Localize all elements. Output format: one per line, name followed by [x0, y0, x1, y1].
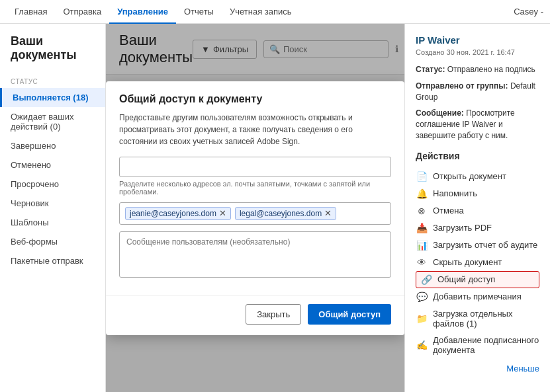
right-panel: IP Waiver Создано 30 ноя. 2021 г. 16:47 … — [404, 24, 550, 392]
email-tag-0: jeanie@caseyjones.dom ✕ — [125, 207, 231, 220]
cancel-icon: ⊗ — [416, 206, 428, 216]
sidebar-item-waiting[interactable]: Ожидает ваших действий (0) — [0, 107, 105, 136]
sidebar-item-webforms[interactable]: Веб-формы — [0, 232, 105, 251]
tag-remove-0[interactable]: ✕ — [219, 209, 226, 217]
sidebar-item-completed[interactable]: Завершено — [0, 136, 105, 155]
nav-item-send[interactable]: Отправка — [55, 0, 109, 24]
share-hint: Разделите несколько адресов эл. почты за… — [119, 180, 391, 196]
status-label: Статус: — [416, 65, 445, 74]
sidebar: Ваши документы СТАТУС Выполняется (18) О… — [0, 24, 106, 392]
status-value: Отправлено на подпись — [447, 65, 535, 74]
status-section-label: СТАТУС — [0, 73, 105, 88]
action-notes[interactable]: 💬 Добавить примечания — [416, 288, 539, 305]
sidebar-item-templates[interactable]: Шаблоны — [0, 213, 105, 232]
main-layout: Ваши документы СТАТУС Выполняется (18) О… — [0, 24, 550, 392]
action-hide[interactable]: 👁 Скрыть документ — [416, 254, 539, 271]
user-menu[interactable]: Casey - — [514, 7, 543, 17]
action-download-pdf-label: Загрузить PDF — [433, 223, 492, 233]
action-open-label: Открыть документ — [433, 171, 506, 181]
sidebar-item-draft[interactable]: Черновик — [0, 194, 105, 213]
action-notes-label: Добавить примечания — [433, 292, 522, 301]
action-share-label: Общий доступ — [437, 274, 495, 284]
share-button[interactable]: Общий доступ — [308, 304, 391, 325]
modal-footer: Закрыть Общий доступ — [106, 295, 404, 335]
notes-icon: 💬 — [416, 292, 428, 302]
action-remind[interactable]: 🔔 Напомнить — [416, 185, 539, 202]
email-input[interactable] — [119, 157, 391, 177]
top-navigation: Главная Отправка Управление Отчеты Учетн… — [0, 0, 550, 24]
message-textarea[interactable] — [119, 231, 391, 278]
modal-title: Общий доступ к документу — [119, 93, 391, 105]
message-label: Сообщение: — [416, 108, 464, 118]
nav-item-account[interactable]: Учетная запись — [222, 0, 300, 24]
action-share[interactable]: 🔗 Общий доступ — [416, 271, 539, 288]
panel-created: Создано 30 ноя. 2021 г. 16:47 — [416, 48, 539, 56]
share-icon: 🔗 — [420, 274, 432, 285]
nav-item-manage[interactable]: Управление — [109, 0, 176, 24]
sidebar-title: Ваши документы — [0, 34, 105, 73]
sidebar-item-expired[interactable]: Просрочено — [0, 175, 105, 194]
modal-overlay: Общий доступ к документу Предоставьте др… — [106, 24, 404, 392]
panel-doc-title: IP Waiver — [416, 34, 539, 46]
modal-body: Предоставьте другим пользователям возмож… — [106, 112, 404, 290]
modal-description: Предоставьте другим пользователям возмож… — [119, 112, 391, 147]
action-remind-label: Напомнить — [433, 188, 477, 198]
tag-label-0: jeanie@caseyjones.dom — [130, 209, 216, 218]
signed-icon: ✍ — [416, 340, 428, 350]
sidebar-item-in-progress[interactable]: Выполняется (18) — [0, 88, 105, 107]
tag-remove-1[interactable]: ✕ — [324, 209, 332, 217]
action-audit-label: Загрузить отчет об аудите — [433, 240, 537, 250]
action-download-pdf[interactable]: 📥 Загрузить PDF — [416, 219, 539, 237]
panel-message: Сообщение: Просмотрите соглашение IP Wai… — [416, 108, 539, 141]
more-link[interactable]: Меньше — [416, 364, 539, 373]
sidebar-item-cancelled[interactable]: Отменено — [0, 155, 105, 175]
actions-title: Действия — [416, 151, 539, 161]
nav-item-home[interactable]: Главная — [7, 0, 55, 24]
nav-item-reports[interactable]: Отчеты — [176, 0, 222, 24]
tags-container: jeanie@caseyjones.dom ✕ legal@caseyjones… — [119, 202, 391, 225]
action-individual-files[interactable]: 📁 Загрузка отдельных файлов (1) — [416, 305, 539, 332]
action-audit[interactable]: 📊 Загрузить отчет об аудите — [416, 237, 539, 254]
action-files-label: Загрузка отдельных файлов (1) — [433, 309, 539, 329]
download-pdf-icon: 📥 — [416, 223, 428, 233]
files-icon: 📁 — [416, 313, 428, 324]
panel-status: Статус: Отправлено на подпись — [416, 64, 539, 75]
sidebar-item-bulk-send[interactable]: Пакетные отправк — [0, 251, 105, 270]
open-doc-icon: 📄 — [416, 171, 428, 182]
share-modal: Общий доступ к документу Предоставьте др… — [106, 81, 404, 335]
action-cancel-label: Отмена — [433, 206, 464, 216]
content-area: Ваши документы ▼ Фильтры 🔍 ℹ Выполняется — [106, 24, 404, 392]
remind-icon: 🔔 — [416, 188, 428, 199]
tag-label-1: legal@caseyjones.dom — [240, 209, 322, 218]
hide-icon: 👁 — [416, 257, 428, 268]
action-add-signed[interactable]: ✍ Добавление подписанного документа — [416, 332, 539, 358]
email-tag-1: legal@caseyjones.dom ✕ — [235, 207, 336, 220]
action-open[interactable]: 📄 Открыть документ — [416, 168, 539, 185]
audit-icon: 📊 — [416, 240, 428, 251]
close-button[interactable]: Закрыть — [246, 304, 301, 325]
modal-header: Общий доступ к документу — [106, 81, 404, 112]
action-cancel[interactable]: ⊗ Отмена — [416, 202, 539, 219]
action-signed-label: Добавление подписанного документа — [433, 335, 539, 355]
panel-group: Отправлено от группы: Default Group — [416, 81, 539, 103]
group-label: Отправлено от группы: — [416, 81, 508, 91]
action-hide-label: Скрыть документ — [433, 257, 502, 267]
